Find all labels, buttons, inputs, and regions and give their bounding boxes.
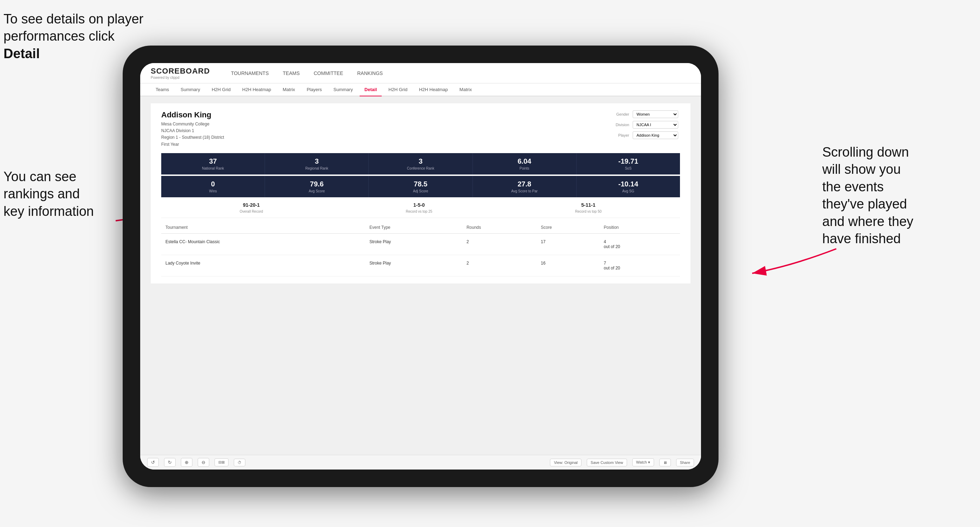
nav-committee[interactable]: COMMITTEE [314,69,343,78]
annotation-right: Scrolling down will show you the events … [822,144,969,248]
redo-button[interactable]: ↻ [164,458,176,467]
save-custom-label: Save Custom View [590,460,623,465]
stat-cell-row2-1: 79.6Avg Score [265,176,369,197]
player-college: Mesa Community College [161,121,224,127]
nav-tournaments[interactable]: TOURNAMENTS [231,69,269,78]
record-item-1: 1-5-0Record vs top 25 [406,202,433,214]
view-original-button[interactable]: View: Original [550,459,581,467]
fit-button[interactable]: ⊟⊞ [215,458,229,467]
stat-label: Avg Score [268,189,366,193]
tab-summary[interactable]: Summary [176,83,205,96]
division-select[interactable]: NJCAA I [633,121,678,129]
stat-label: Regional Rank [268,167,366,170]
tab-players[interactable]: Players [302,83,327,96]
share-button[interactable]: Share [676,459,694,467]
record-item-0: 91-20-1Overall Record [240,202,263,214]
stat-label: Avg SG [579,189,677,193]
tab-h2h-heatmap2[interactable]: H2H Heatmap [414,83,452,96]
monitor-icon: 🖥 [663,460,667,465]
th-event-type: Event Type [365,221,462,234]
player-header: Addison King Mesa Community College NJCA… [161,110,680,148]
undo-button[interactable]: ↺ [147,458,159,467]
main-content[interactable]: Addison King Mesa Community College NJCA… [140,96,701,455]
event-type: Stroke Play [365,233,462,255]
time-button[interactable]: ⏱ [234,459,245,467]
watch-button[interactable]: Watch ▾ [632,458,654,467]
tab-summary2[interactable]: Summary [328,83,358,96]
player-division: NJCAA Division 1 [161,127,224,134]
zoom-out-icon: ⊖ [202,460,205,465]
position: 7out of 20 [600,255,680,276]
stat-cell-row2-0: 0Wins [161,176,265,197]
gender-select[interactable]: Women [633,110,678,118]
th-rounds: Rounds [462,221,537,234]
zoom-in-icon: ⊕ [185,460,189,465]
bottom-toolbar: ↺ ↻ ⊕ ⊖ ⊟⊞ ⏱ View: Orig [140,455,701,470]
stat-label: Avg Score to Par [476,189,573,193]
player-selectors: Gender Women Division NJCAA I [610,110,680,148]
stats-row-1: 37National Rank3Regional Rank3Conference… [161,153,680,175]
th-score: Score [537,221,600,234]
save-custom-button[interactable]: Save Custom View [587,459,627,467]
stat-cell-row1-1: 3Regional Rank [265,153,369,175]
player-select[interactable]: Addison King [633,132,678,139]
record-label: Overall Record [240,210,263,213]
nav-teams[interactable]: TEAMS [283,69,300,78]
logo-text: SCOREBOARD [151,67,210,76]
tablet-screen: SCOREBOARD Powered by clippd TOURNAMENTS… [140,63,701,470]
record-value: 1-5-0 [406,202,433,208]
tab-matrix2[interactable]: Matrix [455,83,477,96]
tab-h2h-heatmap[interactable]: H2H Heatmap [237,83,276,96]
tournament-name: Lady Coyote Invite [161,255,365,276]
secondary-nav: Teams Summary H2H Grid H2H Heatmap Matri… [140,83,701,96]
stat-label: Conference Rank [372,167,469,170]
tab-h2h-grid2[interactable]: H2H Grid [383,83,412,96]
player-selector-label: Player [610,133,629,137]
stat-value: 3 [268,157,366,165]
stat-cell-row2-4: -10.14Avg SG [577,176,680,197]
share-label: Share [680,460,690,465]
stat-value: 6.04 [476,157,573,165]
player-year: First Year [161,141,224,148]
record-item-2: 5-11-1Record vs top 50 [575,202,602,214]
tab-teams[interactable]: Teams [151,83,174,96]
annotation-bottom-left: You can see rankings and key information [3,168,130,220]
app-wrapper: SCOREBOARD Powered by clippd TOURNAMENTS… [140,63,701,470]
zoom-out-button[interactable]: ⊖ [198,458,209,467]
monitor-button[interactable]: 🖥 [659,459,671,467]
nav-rankings[interactable]: RANKINGS [357,69,383,78]
stat-cell-row1-3: 6.04Points [473,153,577,175]
annotation-top-left: To see details on player performances cl… [3,11,144,62]
stat-value: 27.8 [476,180,573,188]
gender-selector-row: Gender Women [610,110,680,118]
player-name: Addison King [161,110,224,119]
table-row[interactable]: Estella CC- Mountain Classic Stroke Play… [161,233,680,255]
tournament-name: Estella CC- Mountain Classic [161,233,365,255]
tab-h2h-grid[interactable]: H2H Grid [207,83,235,96]
score: 16 [537,255,600,276]
stat-value: 0 [164,180,262,188]
redo-icon: ↻ [168,460,172,465]
stat-label: Adj Score [372,189,469,193]
undo-icon: ↺ [151,460,155,465]
stat-value: 3 [372,157,469,165]
tab-matrix[interactable]: Matrix [278,83,300,96]
position: 4out of 20 [600,233,680,255]
th-tournament: Tournament [161,221,365,234]
fit-icon: ⊟⊞ [218,460,225,465]
stats-row-2: 0Wins79.6Avg Score78.5Adj Score27.8Avg S… [161,176,680,197]
record-value: 5-11-1 [575,202,602,208]
tab-detail[interactable]: Detail [360,83,382,96]
stat-label: Wins [164,189,262,193]
records-row: 91-20-1Overall Record1-5-0Record vs top … [161,199,680,218]
player-panel: Addison King Mesa Community College NJCA… [151,103,690,284]
zoom-in-button[interactable]: ⊕ [181,458,192,467]
logo-area: SCOREBOARD Powered by clippd [151,67,210,79]
stat-cell-row1-4: -19.71SoS [577,153,680,175]
stat-value: -10.14 [579,180,677,188]
stat-label: National Rank [164,167,262,170]
logo-sub: Powered by clippd [151,76,210,79]
stat-label: SoS [579,167,677,170]
table-row[interactable]: Lady Coyote Invite Stroke Play 2 16 7out… [161,255,680,276]
event-type: Stroke Play [365,255,462,276]
